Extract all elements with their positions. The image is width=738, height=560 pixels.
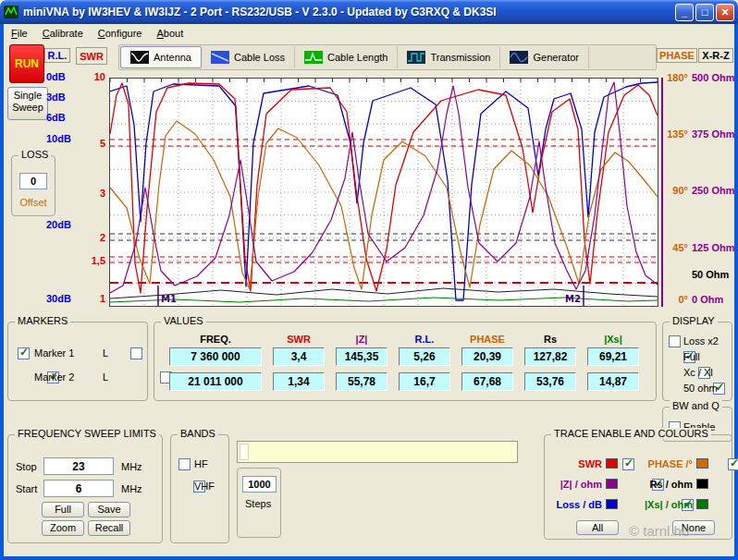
full-sweep-button[interactable]: Full <box>42 502 84 517</box>
menu-calibrate[interactable]: Calibrate <box>35 26 91 41</box>
trace-phase-checkbox[interactable] <box>728 458 738 470</box>
sweep-progress-bar <box>237 441 518 463</box>
sweep-limits-group: FREQUENCY SWEEP LIMITS Stop MHz Start MH… <box>7 434 163 543</box>
marker1-label: Marker 1 <box>34 347 74 359</box>
cable-length-icon <box>304 51 323 64</box>
marker1-l-checkbox[interactable] <box>130 347 142 359</box>
trace-loss-swatch <box>606 499 618 509</box>
trace-xs-label: |Xs| / ohm <box>639 499 693 510</box>
trace-swr-swatch <box>606 458 618 469</box>
values-header-phase: PHASE <box>461 334 513 346</box>
run-button[interactable]: RUN <box>9 44 44 83</box>
menu-file[interactable]: File <box>4 26 35 41</box>
values-header-freq: FREQ. <box>169 334 262 346</box>
tab-transmission[interactable]: Transmission <box>398 46 500 68</box>
menu-configure[interactable]: Configure <box>91 26 150 41</box>
tab-cable-length[interactable]: Cable Length <box>295 46 398 68</box>
deg-label: 90° <box>666 185 688 197</box>
loss-x2-checkbox[interactable] <box>669 335 681 347</box>
single-sweep-button[interactable]: Single Sweep <box>7 87 48 120</box>
tab-antenna[interactable]: Antenna <box>120 46 202 68</box>
start-label: Start <box>16 483 37 494</box>
deg-label: 180° <box>666 72 688 84</box>
ohm-label: 0 Ohm <box>692 294 723 306</box>
save-button[interactable]: Save <box>88 502 130 517</box>
trace-loss-label: Loss / dB <box>550 499 602 510</box>
loss-group-title: LOSS <box>18 149 51 160</box>
minimize-button[interactable]: _ <box>675 4 694 21</box>
swr-tick-5: 5 <box>83 138 105 151</box>
display-group-title: DISPLAY <box>670 315 718 326</box>
tab-cable-loss[interactable]: Cable Loss <box>202 46 295 68</box>
values-header-swr: SWR <box>273 334 325 346</box>
menu-about[interactable]: About <box>150 26 191 41</box>
value-rl-m1: 5,26 <box>399 347 450 366</box>
steps-label: Steps <box>245 498 271 509</box>
value-rs-m1: 127,82 <box>524 347 576 366</box>
markers-group-title: MARKERS <box>15 315 70 326</box>
loss-offset-label: Offset <box>12 197 55 208</box>
swr-tick-3: 3 <box>83 188 105 201</box>
ohm-label: 500 Ohm <box>692 72 734 84</box>
value-phase-m1: 20,39 <box>461 347 513 366</box>
value-z-m2: 55,78 <box>336 372 387 391</box>
maximize-button[interactable]: □ <box>695 4 714 21</box>
tab-label: Generator <box>533 52 579 63</box>
marker2-l-label: L <box>103 371 108 383</box>
value-swr-m1: 3,4 <box>273 347 325 366</box>
value-swr-m2: 1,34 <box>273 372 325 391</box>
zoom-button[interactable]: Zoom <box>42 520 84 536</box>
sweep-limits-title: FREQUENCY SWEEP LIMITS <box>15 428 159 439</box>
trace-rs-swatch <box>696 479 708 489</box>
fifty-ohm-label: 50 ohm <box>683 383 718 394</box>
tab-label: Transmission <box>430 52 490 63</box>
values-header-rs: Rs <box>524 334 576 346</box>
start-frequency-input[interactable] <box>43 480 114 497</box>
right-axis-row: 50 Ohm <box>666 269 736 281</box>
db-label-30: 30dB <box>46 293 87 306</box>
watermark: © tarnl.hu <box>629 523 689 539</box>
value-xs-m1: 69,21 <box>587 347 639 366</box>
loss-x2-label: Loss x2 <box>683 335 719 347</box>
trace-swr-checkbox[interactable] <box>622 458 634 470</box>
stop-unit-label: MHz <box>121 461 142 472</box>
value-rs-m2: 53,76 <box>524 372 576 391</box>
stop-frequency-input[interactable] <box>43 457 114 475</box>
ohm-label: 125 Ohm <box>692 242 734 254</box>
svg-text:M2: M2 <box>565 294 581 304</box>
mode-tabstrip: Antenna Cable Loss Cable Length Transmis… <box>118 44 657 70</box>
bands-group-title: BANDS <box>178 428 218 439</box>
right-axis-row: 0°0 Ohm <box>666 294 736 306</box>
swr-tick-1-5: 1,5 <box>83 255 105 268</box>
hf-label: HF <box>194 458 208 469</box>
hf-checkbox[interactable] <box>178 458 191 470</box>
value-freq-m2: 21 011 000 <box>169 372 262 391</box>
swr-tick-10: 10 <box>83 71 105 84</box>
right-axis-row: 135°375 Ohm <box>666 128 736 140</box>
phase-axis-label: PHASE <box>657 48 697 63</box>
svg-text:M1: M1 <box>161 294 177 304</box>
value-z-m1: 145,35 <box>336 347 387 366</box>
all-traces-button[interactable]: All <box>576 520 619 535</box>
tab-generator[interactable]: Generator <box>500 46 589 68</box>
steps-input[interactable]: 1000 <box>242 476 277 493</box>
recall-button[interactable]: Recall <box>88 520 130 536</box>
minivna-window: miniVNA by IW3HEV & IW3IJZ - 2 Port - RS… <box>0 0 738 560</box>
cable-loss-icon <box>211 51 229 64</box>
sweep-chart[interactable]: M1M2 <box>109 78 658 307</box>
tab-label: Cable Loss <box>234 52 285 63</box>
ohm-label: 50 Ohm <box>692 269 729 281</box>
trace-rs-label: Rs / ohm <box>639 479 693 490</box>
marker1-checkbox[interactable] <box>18 347 30 359</box>
title-bar[interactable]: miniVNA by IW3HEV & IW3IJZ - 2 Port - RS… <box>0 0 738 24</box>
antenna-icon <box>130 51 149 64</box>
steps-group: 1000 Steps <box>237 468 281 538</box>
db-label-3: 3dB <box>46 91 87 104</box>
value-xs-m2: 14,87 <box>587 372 639 391</box>
tab-label: Antenna <box>154 52 191 63</box>
loss-offset-input[interactable]: 0 <box>19 173 47 189</box>
deg-label: 45° <box>666 242 688 254</box>
close-button[interactable]: ✕ <box>716 4 734 21</box>
display-group: DISPLAY Loss x2 Full Xc / Xl 50 ohm <box>662 322 732 401</box>
values-group: VALUES FREQ. SWR |Z| R.L. PHASE Rs |Xs| … <box>154 322 657 401</box>
